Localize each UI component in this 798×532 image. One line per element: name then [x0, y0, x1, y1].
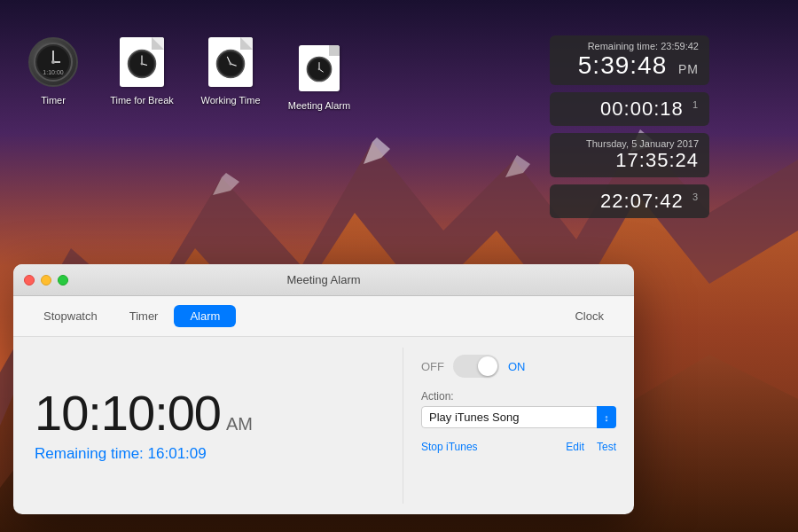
action-section: Action: Play iTunes Song Run Script Show… [421, 390, 616, 428]
svg-point-12 [51, 60, 55, 64]
tab-clock[interactable]: Clock [559, 305, 620, 327]
toggle-knob [478, 356, 497, 376]
svg-point-28 [318, 68, 321, 71]
toggle-row: OFF ON [421, 355, 616, 378]
action-select-wrapper: Play iTunes Song Run Script Show Notific… [421, 406, 616, 428]
svg-point-18 [141, 63, 144, 66]
action-select-row: Play iTunes Song Run Script Show Notific… [421, 406, 616, 428]
svg-text:1:10:00: 1:10:00 [43, 69, 63, 75]
action-select[interactable]: Play iTunes Song Run Script Show Notific… [421, 406, 616, 428]
remaining-time-display: Remaining time: 16:01:09 [35, 445, 207, 463]
clock-date: Thursday, 5 January 2017 [560, 138, 699, 149]
meeting-alarm-desktop-icon[interactable]: Meeting Alarm [284, 35, 355, 112]
timer-icon[interactable]: 1:10:00 Timer [18, 35, 89, 106]
time-for-break-icon[interactable]: Time for Break [106, 35, 177, 106]
tab-alarm[interactable]: Alarm [174, 305, 236, 327]
stop-itunes-link[interactable]: Stop iTunes [421, 441, 478, 453]
test-link[interactable]: Test [597, 441, 616, 453]
counter3-widget: 22:07:42 3 [550, 184, 709, 218]
action-links: Stop iTunes Edit Test [421, 441, 616, 453]
window-title: Meeting Alarm [286, 273, 360, 286]
desktop: 1:10:00 Timer [0, 0, 798, 532]
date-clock-widget: Thursday, 5 January 2017 17:35:24 [550, 133, 709, 177]
tab-group: Stopwatch Timer Alarm [27, 305, 236, 327]
alarm-time-display: 10:10:00 [35, 388, 221, 438]
working-time-icon[interactable]: Working Time [195, 35, 266, 106]
working-time-label: Working Time [200, 94, 260, 106]
date-clock-time: 17:35:24 [615, 149, 699, 171]
title-bar: Meeting Alarm [13, 264, 634, 296]
toggle-off-label: OFF [421, 360, 444, 373]
time-for-break-label: Time for Break [110, 94, 174, 106]
top-clocks-panel: Remaining time: 23:59:42 5:39:48 PM 00:0… [550, 35, 709, 218]
traffic-lights [24, 275, 68, 286]
alarm-toggle[interactable] [453, 355, 499, 378]
main-clock-time: 5:39:48 [578, 51, 667, 79]
counter1-time: 00:00:18 [600, 98, 684, 120]
svg-point-23 [230, 63, 232, 66]
edit-link[interactable]: Edit [566, 441, 584, 453]
toggle-on-label: ON [508, 360, 526, 373]
svg-marker-6 [505, 155, 530, 177]
action-label: Action: [421, 390, 616, 403]
tab-stopwatch[interactable]: Stopwatch [27, 305, 113, 327]
tab-timer[interactable]: Timer [113, 305, 175, 327]
desktop-icons: 1:10:00 Timer [18, 35, 355, 112]
minimize-button[interactable] [41, 275, 51, 286]
counter3-badge: 3 [692, 192, 699, 202]
close-button[interactable] [24, 275, 35, 286]
main-time-widget: Remaining time: 23:59:42 5:39:48 PM [550, 35, 709, 85]
remaining-time-small: Remaining time: 23:59:42 [560, 41, 699, 51]
toolbar: Stopwatch Timer Alarm Clock [13, 296, 634, 337]
left-panel: 10:10:00 AM Remaining time: 16:01:09 [13, 337, 403, 514]
counter1-widget: 00:00:18 1 [550, 92, 709, 126]
timer-label: Timer [41, 94, 66, 106]
right-panel: OFF ON Action: Play iTunes Song Run Scri… [403, 337, 634, 514]
meeting-alarm-desktop-label: Meeting Alarm [288, 99, 350, 112]
main-clock-period: PM [678, 62, 699, 76]
counter1-badge: 1 [692, 99, 699, 110]
main-content: 10:10:00 AM Remaining time: 16:01:09 OFF… [13, 337, 634, 514]
svg-marker-5 [364, 137, 390, 164]
svg-marker-4 [213, 173, 239, 195]
alarm-period-display: AM [226, 414, 253, 434]
maximize-button[interactable] [58, 275, 68, 286]
counter3-time: 22:07:42 [600, 190, 684, 212]
app-window: Meeting Alarm Stopwatch Timer Alarm Cloc… [13, 264, 634, 514]
